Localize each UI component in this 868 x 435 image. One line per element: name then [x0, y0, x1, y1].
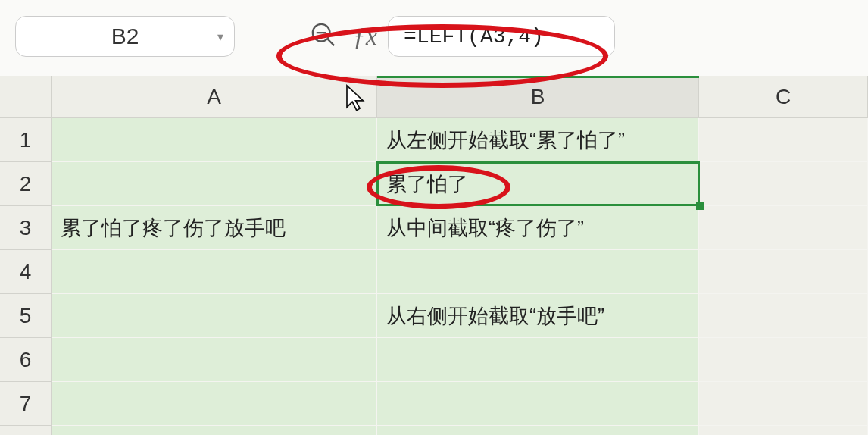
column-header-C[interactable]: C: [699, 76, 868, 118]
name-box-value: B2: [31, 23, 219, 49]
cell-C5[interactable]: [699, 294, 868, 338]
cell-C6[interactable]: [699, 338, 868, 382]
zoom-out-icon[interactable]: [311, 22, 336, 51]
cell-B2[interactable]: 累了怕了: [377, 162, 699, 206]
column-header-A[interactable]: A: [52, 76, 377, 118]
cell-A3[interactable]: 累了怕了疼了伤了放手吧: [52, 206, 377, 250]
formula-input[interactable]: =LEFT(A3,4): [388, 16, 615, 57]
cell-B4[interactable]: [377, 250, 699, 294]
cell-C1[interactable]: [699, 118, 868, 162]
cell-A6[interactable]: [52, 338, 377, 382]
row-header-6[interactable]: 6: [0, 338, 52, 382]
row-header-4[interactable]: 4: [0, 250, 52, 294]
formula-bar-row: B2 ▾ ƒx =LEFT(A3,4): [0, 0, 868, 76]
row-header-2[interactable]: 2: [0, 162, 52, 206]
cell-C3[interactable]: [699, 206, 868, 250]
cell-C2[interactable]: [699, 162, 868, 206]
cell-A5[interactable]: [52, 294, 377, 338]
cell-C7[interactable]: [699, 382, 868, 426]
cell-B3[interactable]: 从中间截取“疼了伤了”: [377, 206, 699, 250]
cell-B6[interactable]: [377, 338, 699, 382]
cell-B7[interactable]: [377, 382, 699, 426]
cell-A7[interactable]: [52, 382, 377, 426]
cell-B5[interactable]: 从右侧开始截取“放手吧”: [377, 294, 699, 338]
cell-A4[interactable]: [52, 250, 377, 294]
cell-C8[interactable]: [699, 426, 868, 435]
cell-B8[interactable]: [377, 426, 699, 435]
cell-B1[interactable]: 从左侧开始截取“累了怕了”: [377, 118, 699, 162]
chevron-down-icon[interactable]: ▾: [217, 30, 223, 44]
svg-line-2: [328, 39, 335, 46]
select-all-corner[interactable]: [0, 76, 52, 118]
cell-A1[interactable]: [52, 118, 377, 162]
row-header-5[interactable]: 5: [0, 294, 52, 338]
cell-A8[interactable]: [52, 426, 377, 435]
row-header-3[interactable]: 3: [0, 206, 52, 250]
row-header-7[interactable]: 7: [0, 382, 52, 426]
name-box[interactable]: B2 ▾: [15, 16, 235, 57]
spreadsheet-grid: A B C 1 从左侧开始截取“累了怕了” 2 累了怕了 3 累了怕了疼了伤了放…: [0, 76, 868, 435]
column-header-B[interactable]: B: [377, 76, 699, 118]
cell-A2[interactable]: [52, 162, 377, 206]
row-header-1[interactable]: 1: [0, 118, 52, 162]
formula-input-value: =LEFT(A3,4): [404, 25, 544, 49]
cell-C4[interactable]: [699, 250, 868, 294]
fx-icon[interactable]: ƒx: [353, 22, 377, 51]
row-header-8[interactable]: 8: [0, 426, 52, 435]
